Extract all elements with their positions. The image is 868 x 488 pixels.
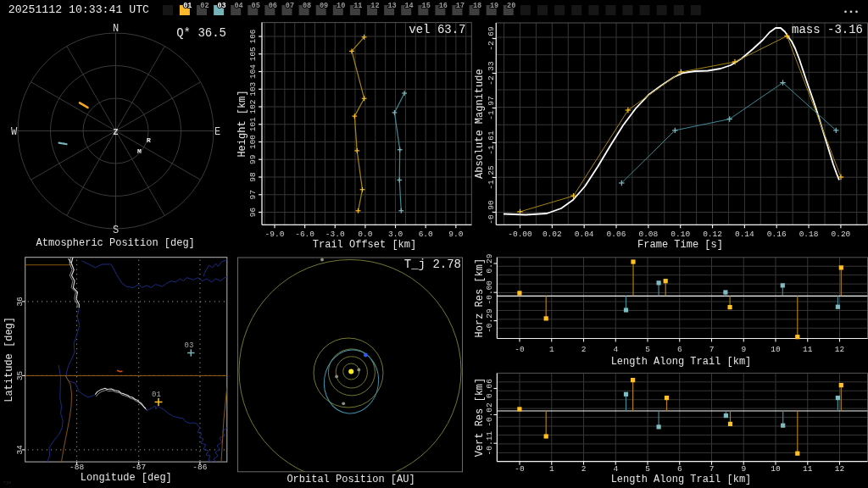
svg-text:13: 13 (387, 2, 396, 10)
svg-text:09: 09 (320, 2, 328, 10)
svg-text:19: 19 (490, 2, 498, 10)
svg-text:0.0: 0.0 (358, 230, 372, 239)
svg-text:104: 104 (248, 64, 258, 79)
svg-text:08: 08 (303, 2, 311, 10)
svg-text:4: 4 (613, 345, 618, 354)
svg-text:17: 17 (456, 2, 465, 10)
svg-text:S: S (113, 225, 119, 236)
svg-text:W: W (11, 126, 18, 138)
svg-text:07: 07 (286, 2, 294, 10)
svg-text:06: 06 (269, 2, 277, 10)
svg-text:-0.02: -0.02 (485, 402, 494, 427)
svg-text:02: 02 (200, 2, 209, 10)
svg-text:Longitude [deg]: Longitude [deg] (81, 472, 172, 484)
svg-text:3.0: 3.0 (388, 230, 403, 239)
svg-text:-0.11: -0.11 (485, 431, 494, 456)
svg-text:5: 5 (645, 345, 650, 354)
svg-text:Latitude [deg]: Latitude [deg] (3, 317, 15, 402)
svg-text:-0.00: -0.00 (508, 230, 532, 239)
svg-text:4: 4 (613, 464, 618, 474)
svg-text:2: 2 (581, 345, 587, 354)
svg-text:Trail Offset [km]: Trail Offset [km] (313, 239, 416, 251)
svg-text:-2.69: -2.69 (487, 26, 496, 51)
svg-text:Vert Res [km]: Vert Res [km] (475, 378, 487, 458)
svg-text:04: 04 (234, 2, 242, 10)
svg-text:97: 97 (248, 190, 258, 199)
svg-text:Frame Time [s]: Frame Time [s] (637, 239, 723, 251)
svg-text:96: 96 (248, 208, 258, 218)
svg-text:-86: -86 (192, 463, 207, 472)
svg-text:35: 35 (16, 370, 25, 380)
svg-text:-0: -0 (515, 345, 525, 354)
svg-text:11: 11 (803, 464, 813, 474)
svg-text:-9.0: -9.0 (265, 230, 285, 239)
svg-text:36: 36 (16, 297, 25, 307)
svg-text:7: 7 (709, 464, 715, 474)
svg-text:N: N (113, 23, 119, 35)
svg-text:9.0: 9.0 (448, 230, 463, 239)
svg-text:7: 7 (709, 345, 715, 354)
svg-text:-3.0: -3.0 (326, 230, 345, 239)
svg-text:20251112 10:33:41 UTC: 20251112 10:33:41 UTC (8, 3, 149, 16)
svg-text:03: 03 (217, 2, 225, 10)
svg-text:103: 103 (248, 81, 258, 96)
svg-text:0.20: 0.20 (831, 230, 850, 239)
svg-text:0.10: 0.10 (670, 230, 690, 239)
svg-text:0.14: 0.14 (735, 230, 754, 239)
svg-text:-87: -87 (131, 463, 146, 472)
svg-text:-2.33: -2.33 (487, 61, 496, 86)
svg-text:106: 106 (248, 29, 258, 43)
svg-text:2: 2 (581, 464, 587, 474)
svg-text:9: 9 (741, 345, 746, 354)
svg-text:0.04: 0.04 (575, 230, 594, 239)
svg-text:6: 6 (677, 345, 682, 354)
svg-text:Orbital Position [AU]: Orbital Position [AU] (287, 474, 415, 485)
svg-text:102: 102 (248, 99, 258, 114)
svg-text:34: 34 (16, 445, 25, 455)
svg-text:6.0: 6.0 (419, 230, 433, 239)
svg-text:-0: -0 (515, 464, 525, 474)
svg-text:0.12: 0.12 (703, 230, 722, 239)
svg-text:-6.0: -6.0 (295, 230, 314, 239)
svg-text:18: 18 (473, 2, 481, 10)
svg-text:03: 03 (184, 341, 193, 350)
svg-text:vel 63.7: vel 63.7 (409, 23, 465, 36)
svg-text:0.06: 0.06 (485, 379, 494, 398)
svg-text:0.06: 0.06 (607, 230, 626, 239)
svg-text:01: 01 (152, 391, 161, 399)
svg-text:11: 11 (803, 345, 813, 354)
svg-text:-0.29: -0.29 (485, 308, 494, 333)
svg-text:10: 10 (337, 2, 345, 10)
svg-text:15: 15 (422, 2, 431, 10)
svg-text:98: 98 (248, 172, 258, 182)
svg-text:0.29: 0.29 (485, 253, 494, 273)
svg-text:T_j 2.78: T_j 2.78 (404, 258, 461, 271)
svg-text:6: 6 (677, 464, 682, 474)
svg-text:-1.97: -1.97 (487, 96, 496, 120)
svg-text:01: 01 (183, 2, 192, 10)
svg-text:12: 12 (835, 464, 845, 474)
svg-text:Absolute Magnitude: Absolute Magnitude (475, 69, 487, 179)
svg-text:05: 05 (252, 2, 260, 10)
svg-text:0.02: 0.02 (542, 230, 562, 239)
svg-text:-1.25: -1.25 (487, 165, 496, 190)
svg-text:9: 9 (741, 464, 746, 474)
svg-text:101: 101 (248, 117, 258, 131)
svg-text:20: 20 (507, 2, 515, 10)
svg-text:0.08: 0.08 (638, 230, 658, 239)
svg-text:14: 14 (404, 2, 413, 10)
svg-text:rjw: rjw (3, 480, 11, 485)
svg-text:Height [km]: Height [km] (236, 90, 248, 157)
svg-text:M: M (137, 147, 142, 155)
svg-text:E: E (214, 126, 220, 138)
svg-text:12: 12 (370, 2, 379, 10)
svg-text:-0.90: -0.90 (487, 200, 496, 225)
svg-text:105: 105 (248, 47, 258, 61)
svg-text:Q* 36.5: Q* 36.5 (176, 26, 226, 40)
svg-text:99: 99 (248, 154, 258, 164)
svg-text:-88: -88 (70, 463, 84, 472)
svg-text:0.18: 0.18 (799, 230, 819, 239)
svg-text:Length Along Trail [km]: Length Along Trail [km] (611, 356, 752, 368)
svg-text:16: 16 (439, 2, 448, 10)
svg-text:-1.61: -1.61 (487, 130, 496, 155)
